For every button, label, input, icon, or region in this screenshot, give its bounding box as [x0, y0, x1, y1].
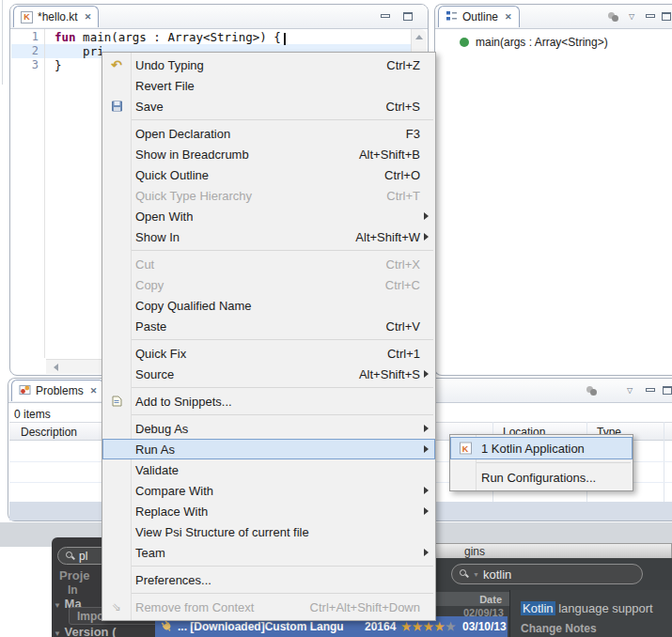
minimize-icon[interactable]: [381, 14, 390, 18]
plugins-dialog-title: gins: [464, 545, 485, 558]
plugin-row-date: 03/10/13: [462, 620, 507, 633]
menu-item-revert-file[interactable]: Revert File: [102, 75, 435, 96]
submenu-item-run-configurations[interactable]: Run Configurations...: [450, 466, 633, 489]
menu-item-quick-outline[interactable]: Quick OutlineCtrl+O: [102, 164, 435, 185]
menu-item-cut: CutCtrl+X: [102, 254, 435, 274]
editor-context-menu: ↶ Undo TypingCtrl+Z Revert File SaveCtrl…: [102, 52, 436, 621]
plugin-row-downloads: 20164: [365, 620, 396, 633]
menu-item-validate[interactable]: Validate: [102, 459, 435, 480]
outline-tab-label: Outline: [462, 10, 498, 23]
menu-item-copy: CopyCtrl+C: [102, 274, 435, 295]
editor-tab-label: *hello.kt: [38, 10, 78, 23]
menu-item-open-with[interactable]: Open With: [102, 206, 435, 226]
tab-outline[interactable]: Outline ✕: [438, 6, 520, 27]
menu-item-team[interactable]: Team: [102, 542, 435, 563]
problems-tab-label: Problems: [36, 384, 84, 397]
outline-icon: [445, 9, 458, 24]
menu-separator: [132, 119, 433, 120]
menu-separator: [477, 462, 631, 463]
maximize-icon[interactable]: [662, 12, 671, 21]
close-icon[interactable]: ✕: [505, 12, 512, 22]
snippets-icon: [107, 396, 126, 408]
text-cursor: [284, 33, 286, 45]
run-as-submenu: K 1 Kotlin Application Run Configuration…: [449, 434, 633, 491]
tab-hello-kt[interactable]: K *hello.kt ✕: [13, 6, 99, 27]
menu-item-debug-as[interactable]: Debug As: [102, 418, 435, 439]
line-number: 3: [16, 58, 39, 72]
code-line-1[interactable]: fun main(args : Array<String>) {: [55, 30, 281, 44]
remove-from-context-icon: ⇘: [107, 601, 126, 613]
menu-item-quick-fix[interactable]: Quick FixCtrl+1: [102, 343, 435, 364]
problems-icon: [19, 383, 31, 398]
menu-separator: [132, 414, 433, 415]
problems-count: 0 items: [14, 408, 51, 421]
maximize-icon[interactable]: [663, 386, 672, 395]
background-window-edge: [2, 0, 3, 85]
plugin-row-name: ... [Downloaded]Custom Langu: [178, 620, 344, 633]
plugin-details-title: Kotlin language support: [521, 601, 653, 615]
menu-item-add-to-snippets[interactable]: Add to Snippets...: [102, 391, 435, 412]
menu-item-remove-from-context: ⇘ Remove from ContextCtrl+Alt+Shift+Down: [102, 597, 435, 617]
scroll-left-icon[interactable]: [54, 364, 58, 371]
line-number: 2: [16, 44, 39, 58]
menu-item-run-as[interactable]: Run As: [102, 439, 435, 459]
menu-item-view-psi-structure[interactable]: View Psi Structure of current file: [102, 521, 435, 542]
menu-separator: [132, 250, 433, 251]
maximize-icon[interactable]: [403, 12, 413, 21]
column-description[interactable]: Description: [21, 426, 77, 439]
line-number-gutter: 1 2 3: [11, 29, 45, 358]
menu-item-undo-typing[interactable]: ↶ Undo TypingCtrl+Z: [102, 54, 435, 75]
scroll-up-icon[interactable]: [415, 35, 423, 39]
search-icon: [460, 569, 469, 579]
background-project-label: Proje: [59, 568, 90, 583]
plugin-row-rating: ★★★★★: [401, 620, 457, 633]
menu-item-show-in-breadcrumb[interactable]: Show in BreadcrumbAlt+Shift+B: [102, 144, 435, 164]
close-icon[interactable]: ✕: [90, 386, 98, 396]
minimize-icon[interactable]: [646, 14, 655, 18]
minimize-icon[interactable]: [646, 388, 655, 392]
menu-item-source[interactable]: SourceAlt+Shift+S: [102, 364, 435, 384]
kotlin-file-icon: K: [456, 443, 475, 455]
view-menu-icon[interactable]: ▽: [627, 387, 633, 395]
save-icon: [107, 101, 126, 113]
menu-separator: [132, 566, 433, 567]
plugins-dialog-titlebar[interactable]: gins: [416, 543, 672, 558]
plugins-search-field[interactable]: ▼ kotlin: [451, 564, 643, 584]
tab-problems[interactable]: Problems ✕: [11, 380, 104, 401]
plugin-change-notes-label: Change Notes: [521, 622, 597, 635]
menu-item-compare-with[interactable]: Compare With: [102, 480, 435, 501]
outline-member-label: main(args : Array<String>): [476, 36, 608, 49]
undo-icon: ↶: [107, 58, 126, 71]
search-icon: [66, 552, 75, 561]
outline-view: Outline ✕ ▽ main(args : Array<String>): [434, 4, 672, 376]
menu-item-paste[interactable]: PasteCtrl+V: [102, 316, 435, 336]
kotlin-file-icon: K: [21, 11, 33, 23]
submenu-item-kotlin-application[interactable]: K 1 Kotlin Application: [450, 437, 633, 459]
line-number: 1: [16, 30, 39, 44]
view-menu-icon[interactable]: ▽: [629, 13, 634, 21]
menu-separator: [132, 387, 433, 388]
menu-item-quick-type-hierarchy: Quick Type HierarchyCtrl+T: [102, 185, 435, 206]
collapse-triangle-icon: ▼: [54, 601, 61, 610]
menu-item-copy-qualified-name[interactable]: Copy Qualified Name: [102, 295, 435, 316]
menu-separator: [132, 339, 433, 340]
column-divider[interactable]: [664, 422, 664, 503]
eclipse-workbench: pl Proje In ▼ Ma Impor ▼ Version ( gins …: [0, 0, 672, 637]
background-in-label: In: [68, 583, 78, 597]
background-version-label: ▼ Version (: [54, 625, 116, 637]
menu-item-open-declaration[interactable]: Open DeclarationF3: [102, 123, 435, 144]
code-line-2[interactable]: pri: [55, 44, 104, 58]
close-icon[interactable]: ✕: [85, 12, 92, 22]
public-method-icon: [460, 38, 469, 47]
code-line-3[interactable]: }: [55, 58, 62, 72]
menu-item-save[interactable]: SaveCtrl+S: [102, 96, 435, 117]
menu-item-preferences[interactable]: Preferences...: [102, 569, 435, 590]
menu-separator: [132, 593, 433, 594]
plugin-icon: [161, 620, 173, 635]
chevron-down-icon: ▼: [473, 571, 479, 578]
menu-item-show-in[interactable]: Show InAlt+Shift+W: [102, 226, 435, 247]
collapse-triangle-icon: ▼: [54, 629, 61, 637]
outline-member-main[interactable]: main(args : Array<String>): [460, 36, 608, 49]
menu-item-replace-with[interactable]: Replace With: [102, 501, 435, 521]
